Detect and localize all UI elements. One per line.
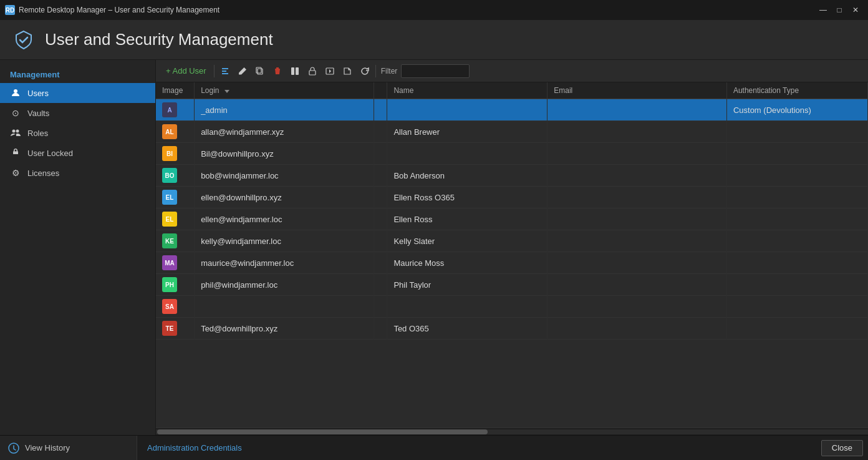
toolbar-edit-button[interactable] [234,63,251,79]
user-name: Kelly Slater [387,230,547,252]
user-avatar: AL [162,124,177,139]
user-auth-type [726,208,867,230]
table-row[interactable]: BObob@windjammer.locBob Anderson [156,165,868,187]
svg-rect-3 [258,69,263,74]
sidebar-item-licenses[interactable]: ⚙ Licenses [0,163,155,183]
col-auth-type: Authentication Type [726,82,867,99]
title-bar-controls: — □ ✕ [816,4,863,16]
user-login: ellen@windjammer.loc [195,208,374,230]
title-bar-left: RD Remote Desktop Manager – User and Sec… [5,5,219,15]
user-name [387,99,547,121]
user-name: Ellen Ross O365 [387,187,547,208]
sidebar-item-roles-label: Roles [27,129,48,138]
table-row[interactable]: TETed@downhillpro.xyzTed O365 [156,318,868,340]
scrollbar-thumb[interactable] [157,429,488,434]
user-login: Ted@downhillpro.xyz [195,318,374,340]
toolbar-import-button[interactable] [217,63,233,79]
table-row[interactable]: ELellen@windjammer.locEllen Ross [156,208,868,230]
user-avatar: BI [162,146,177,161]
toolbar-assign-button[interactable] [322,63,338,79]
user-table-container[interactable]: Image Login Name Email Authentication Ty… [156,82,868,428]
app-icon: RD [5,5,15,15]
sidebar-section-label: Management [0,65,155,83]
content-area: + Add User [156,60,868,435]
sidebar-item-vaults-label: Vaults [27,109,49,118]
user-name [387,296,547,318]
table-row[interactable]: MAmaurice@windjammer.locMaurice Moss [156,252,868,274]
view-history-button[interactable]: View History [0,436,137,461]
user-name: Maurice Moss [387,252,547,274]
table-row[interactable]: ALallan@windjammer.xyzAllan Brewer [156,121,868,143]
col-sort [374,82,387,99]
user-avatar: SA [162,299,177,314]
add-user-button[interactable]: + Add User [161,63,211,79]
user-email [547,208,727,230]
user-auth-type [726,143,867,165]
sidebar-item-roles[interactable]: Roles [0,123,155,143]
licenses-icon: ⚙ [10,167,21,179]
table-row[interactable]: KEkelly@windjammer.locKelly Slater [156,230,868,252]
col-image: Image [156,82,195,99]
sidebar-item-user-locked-label: User Locked [27,149,73,158]
user-name: Phil Taylor [387,274,547,296]
sidebar-item-licenses-label: Licenses [27,169,59,178]
sidebar-item-user-locked[interactable]: User Locked [0,143,155,163]
vaults-icon: ⊙ [10,107,21,119]
toolbar-delete-button[interactable] [269,63,286,79]
user-email [547,143,727,165]
title-bar: RD Remote Desktop Manager – User and Sec… [0,0,868,20]
bottom-bar: View History Administration Credentials … [0,435,868,460]
user-name: Allan Brewer [387,121,547,143]
svg-point-2 [16,130,19,133]
minimize-button[interactable]: — [816,4,831,16]
user-name: Ted O365 [387,318,547,340]
user-auth-type [726,165,867,187]
toolbar-export-button[interactable] [339,63,355,79]
user-auth-type [726,187,867,208]
toolbar-panel-button[interactable] [287,63,303,79]
table-row[interactable]: PHphil@windjammer.locPhil Taylor [156,274,868,296]
app-title: Remote Desktop Manager – User and Securi… [19,6,219,14]
svg-point-0 [14,89,17,93]
user-email [547,187,727,208]
close-button[interactable]: Close [821,440,863,456]
filter-input[interactable] [401,64,470,78]
toolbar-copy-button[interactable] [252,63,268,79]
view-history-label: View History [25,443,70,453]
user-avatar: KE [162,233,177,248]
user-name [387,143,547,165]
user-name: Bob Anderson [387,165,547,187]
user-auth-type [726,252,867,274]
sidebar-item-vaults[interactable]: ⊙ Vaults [0,103,155,123]
user-login: allan@windjammer.xyz [195,121,374,143]
table-row[interactable]: ELellen@downhillpro.xyzEllen Ross O365 [156,187,868,208]
user-login: Bil@downhillpro.xyz [195,143,374,165]
col-name: Name [387,82,547,99]
user-email [547,318,727,340]
user-auth-type [726,296,867,318]
toolbar-lock-button[interactable] [304,63,321,79]
user-email [547,99,727,121]
maximize-button[interactable]: □ [832,4,847,16]
header-icon [12,29,35,51]
user-login: maurice@windjammer.loc [195,252,374,274]
user-email [547,274,727,296]
main-layout: Management Users ⊙ Vaults [0,60,868,435]
user-avatar: A [162,102,177,117]
user-login: ellen@downhillpro.xyz [195,187,374,208]
horizontal-scrollbar[interactable] [156,428,868,435]
user-email [547,296,727,318]
admin-creds-link[interactable]: Administration Credentials [137,443,252,453]
table-row[interactable]: SA [156,296,868,318]
user-login: kelly@windjammer.loc [195,230,374,252]
toolbar-refresh-button[interactable] [357,63,373,79]
table-row[interactable]: BIBil@downhillpro.xyz [156,143,868,165]
toolbar-separator-2 [375,65,376,77]
sidebar-item-users[interactable]: Users [0,83,155,103]
user-login: bob@windjammer.loc [195,165,374,187]
users-icon [10,87,21,99]
window-close-button[interactable]: ✕ [848,4,863,16]
sidebar-item-users-label: Users [27,89,49,98]
table-row[interactable]: A_adminCustom (Devolutions) [156,99,868,121]
col-login[interactable]: Login [195,82,374,99]
